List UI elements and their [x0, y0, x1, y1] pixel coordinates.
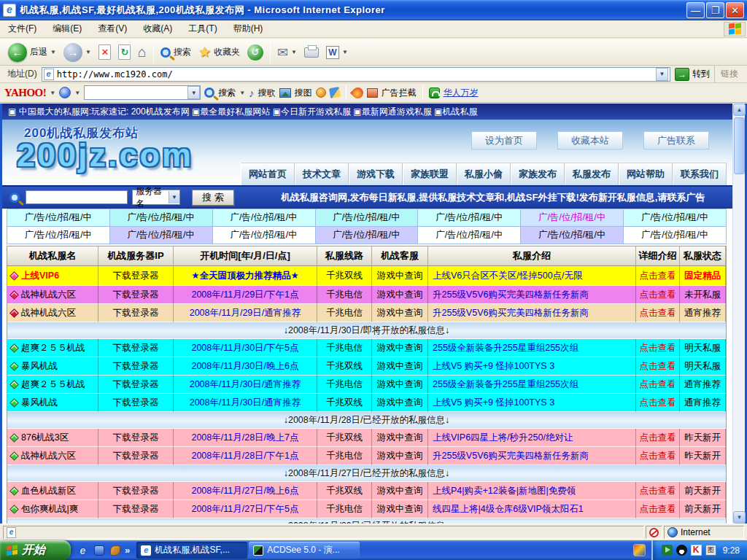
ad-slot-link[interactable]: 广/告/位/招/租/中	[110, 227, 213, 244]
server-name-cell[interactable]: 暴风机战	[7, 357, 98, 376]
nav-tab[interactable]: 网站首页	[241, 163, 295, 185]
detail-link[interactable]: 点击查看	[636, 500, 680, 518]
detail-link[interactable]: 点击查看	[636, 286, 680, 304]
server-name-cell[interactable]: 包你爽机战|爽	[7, 500, 98, 518]
yahoo-image-label[interactable]: 搜图	[295, 87, 312, 99]
detail-link[interactable]: 点击查看	[636, 482, 680, 500]
server-name-cell[interactable]: 876机战3区	[7, 429, 98, 447]
forward-button[interactable]: → ▼	[60, 41, 95, 64]
minimize-button[interactable]: —	[686, 2, 705, 18]
nav-tab[interactable]: 私服发布	[565, 163, 619, 185]
download-link[interactable]: 下载登录器	[98, 500, 174, 518]
download-link[interactable]: 下载登录器	[98, 357, 174, 376]
search-type-select[interactable]: 服务器名 ▼	[132, 190, 180, 205]
nav-tab[interactable]: 家族联盟	[403, 163, 457, 185]
favorites-button[interactable]: ★ 收藏夹	[195, 41, 244, 64]
quicklaunch-overflow-icon[interactable]: »	[125, 545, 130, 556]
yahoo-search-dropdown-icon[interactable]: ▼	[239, 90, 245, 96]
quicklaunch-messenger-icon[interactable]	[109, 544, 121, 556]
vertical-scrollbar[interactable]: ▲ ▼	[732, 104, 745, 524]
ad-slot-link[interactable]: 广/告/位/招/租/中	[521, 227, 624, 244]
yahoo-logo[interactable]: YAHOO!	[4, 87, 46, 99]
detail-link[interactable]: 点击查看	[636, 376, 680, 394]
quick-link-button[interactable]: 收藏本站	[557, 131, 623, 149]
quicklaunch-ie-icon[interactable]: e	[77, 544, 89, 556]
server-name-cell[interactable]: 战神机战六区	[7, 304, 98, 322]
nav-tab[interactable]: 网站帮助	[619, 163, 673, 185]
nav-tab[interactable]: 家族发布	[511, 163, 565, 185]
yahoo-dropdown-icon[interactable]: ▼	[50, 90, 55, 96]
server-name-cell[interactable]: 战神机战六区	[7, 447, 98, 465]
address-dropdown-icon[interactable]: ▼	[656, 68, 668, 81]
quicklaunch-app-icon[interactable]	[93, 544, 105, 556]
download-link[interactable]: 下载登录器	[98, 304, 174, 322]
menu-item[interactable]: 收藏(A)	[135, 20, 180, 37]
address-input[interactable]: e http://www.mc1920.com/ ▼	[42, 67, 670, 82]
detail-link[interactable]: 点击查看	[636, 304, 680, 322]
scrollbar-thumb[interactable]	[734, 117, 745, 174]
ad-slot-link[interactable]: 广/告/位/招/租/中	[213, 227, 316, 244]
menu-item[interactable]: 帮助(H)	[225, 20, 271, 37]
site-logo[interactable]: 200jz.com	[17, 139, 193, 171]
yahoo-song-label[interactable]: 搜歌	[258, 87, 276, 99]
edit-word-button[interactable]: W ▼	[322, 41, 352, 64]
yahoo-widget-icon[interactable]	[316, 88, 326, 98]
stop-button[interactable]: ✕	[95, 41, 115, 64]
yahoo-combo-dropdown-icon[interactable]: ▼	[187, 86, 200, 99]
close-button[interactable]: ✕	[726, 2, 744, 18]
download-link[interactable]: 下载登录器	[98, 339, 174, 357]
ad-slot-link[interactable]: 广/告/位/招/租/中	[624, 227, 727, 244]
go-button[interactable]: → 转到	[675, 68, 710, 81]
refresh-button[interactable]: ↻	[115, 41, 134, 64]
back-button[interactable]: ← 后退 ▼	[4, 41, 60, 64]
ime-icon[interactable]	[633, 544, 646, 556]
server-name-cell[interactable]: 血色机战新区	[7, 482, 98, 500]
detail-link[interactable]: 点击查看	[636, 357, 680, 376]
download-link[interactable]: 下载登录器	[98, 266, 174, 286]
task-button-ie[interactable]: e 机战私服,机战SF,...	[136, 542, 247, 559]
scroll-down-icon[interactable]: ▼	[733, 511, 746, 524]
tray-input-icon[interactable]: 图	[705, 545, 716, 556]
maximize-button[interactable]: ❐	[706, 2, 724, 18]
highlighter-icon[interactable]	[328, 87, 340, 98]
nav-tab[interactable]: 技术文章	[295, 163, 349, 185]
mail-dropdown-icon[interactable]: ▼	[291, 49, 297, 55]
server-name-cell[interactable]: 超爽２５５机战	[7, 376, 98, 394]
nav-tab[interactable]: 游戏下载	[349, 163, 403, 185]
menu-item[interactable]: 编辑(E)	[44, 20, 90, 37]
menu-item[interactable]: 文件(F)	[0, 20, 44, 37]
select-dropdown-icon[interactable]: ▼	[169, 191, 179, 203]
server-search-input[interactable]	[26, 190, 128, 204]
edit-dropdown-icon[interactable]: ▼	[342, 49, 348, 55]
ad-slot-link[interactable]: 广/告/位/招/租/中	[418, 209, 521, 227]
server-name-cell[interactable]: 超爽２５５机战	[7, 339, 98, 357]
print-button[interactable]	[301, 41, 322, 64]
ad-slot-link[interactable]: 广/告/位/招/租/中	[624, 209, 727, 227]
mail-button[interactable]: ✉ ▼	[274, 41, 301, 64]
ad-slot-link[interactable]: 广/告/位/招/租/中	[213, 209, 316, 227]
detail-link[interactable]: 点击查看	[636, 394, 680, 412]
ad-slot-link[interactable]: 广/告/位/招/租/中	[110, 209, 213, 227]
server-name-cell[interactable]: 暴风机战	[7, 394, 98, 412]
detail-link[interactable]: 点击查看	[636, 339, 680, 357]
home-button[interactable]: ⌂	[134, 41, 150, 64]
download-link[interactable]: 下载登录器	[98, 286, 174, 304]
tray-kaspersky-icon[interactable]: K	[691, 545, 702, 556]
ad-slot-link[interactable]: 广/告/位/招/租/中	[316, 209, 419, 227]
download-link[interactable]: 下载登录器	[98, 394, 174, 412]
yahoo-search-label[interactable]: 搜索	[218, 87, 236, 99]
download-link[interactable]: 下载登录器	[98, 447, 174, 465]
nav-tab[interactable]: 联系我们	[673, 163, 727, 185]
back-dropdown-icon[interactable]: ▼	[50, 49, 56, 55]
nav-tab[interactable]: 私服小偷	[457, 163, 511, 185]
tray-player-icon[interactable]	[662, 545, 673, 556]
yahoo-search-input[interactable]: ▼	[84, 85, 201, 100]
history-button[interactable]: ↺	[244, 41, 267, 64]
quick-link-button[interactable]: 设为首页	[471, 131, 537, 149]
ad-slot-link[interactable]: 广/告/位/招/租/中	[316, 227, 419, 244]
detail-link[interactable]: 点击查看	[636, 447, 680, 465]
huaren-link[interactable]: 华人万岁	[444, 87, 479, 99]
yahoo-gear-dropdown-icon[interactable]: ▼	[74, 90, 80, 96]
ad-slot-link[interactable]: 广/告/位/招/租/中	[7, 227, 110, 244]
ad-slot-link[interactable]: 广/告/位/招/租/中	[7, 209, 110, 227]
